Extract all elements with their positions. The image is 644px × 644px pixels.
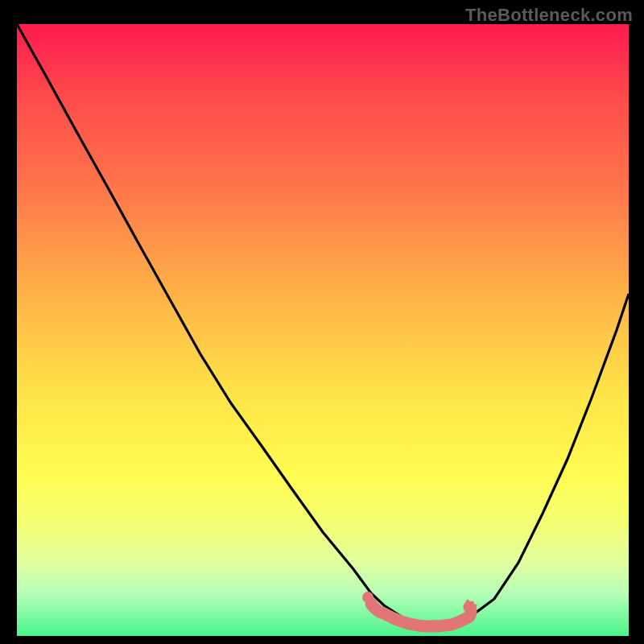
marker-dot-left [362, 592, 374, 603]
bottleneck-curve [17, 24, 629, 624]
curve-svg [17, 24, 629, 636]
watermark-text: TheBottleneck.com [465, 5, 633, 26]
chart-container: TheBottleneck.com [0, 0, 644, 644]
plot-area [17, 24, 629, 636]
bottom-border [17, 636, 629, 638]
